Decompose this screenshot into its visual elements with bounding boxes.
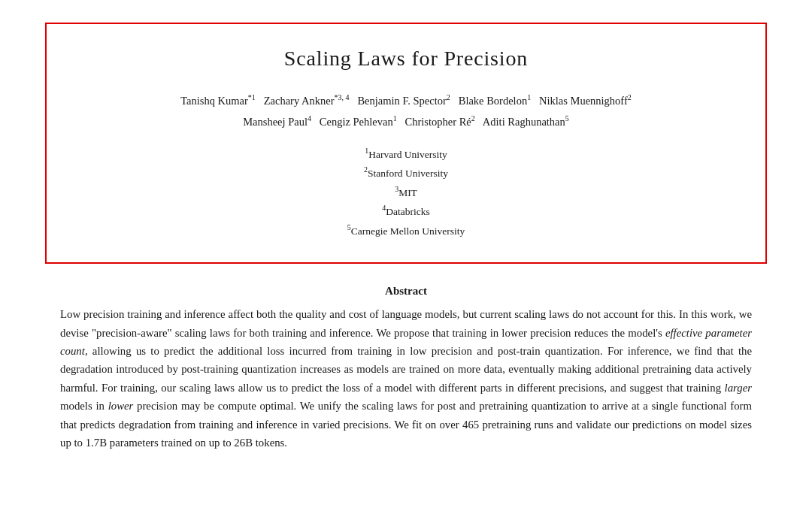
paper-header-box: Scaling Laws for Precision Tanishq Kumar… [45, 23, 767, 264]
affiliations: 1Harvard University 2Stanford University… [92, 144, 720, 240]
paper-title: Scaling Laws for Precision [92, 47, 720, 71]
affiliation-4: 4Databricks [92, 201, 720, 220]
abstract-title: Abstract [60, 285, 752, 298]
authors-line2: Mansheej Paul4 Cengiz Pehlevan1 Christop… [92, 113, 720, 131]
affiliation-2: 2Stanford University [92, 163, 720, 182]
affiliation-3: 3MIT [92, 183, 720, 201]
abstract-text: Low precision training and inference aff… [60, 305, 752, 452]
affiliation-1: 1Harvard University [92, 144, 720, 163]
affiliation-5: 5Carnegie Mellon University [92, 221, 720, 240]
authors-line1: Tanishq Kumar*1 Zachary Ankner*3, 4 Benj… [92, 92, 720, 110]
abstract-section: Abstract Low precision training and infe… [45, 285, 767, 452]
